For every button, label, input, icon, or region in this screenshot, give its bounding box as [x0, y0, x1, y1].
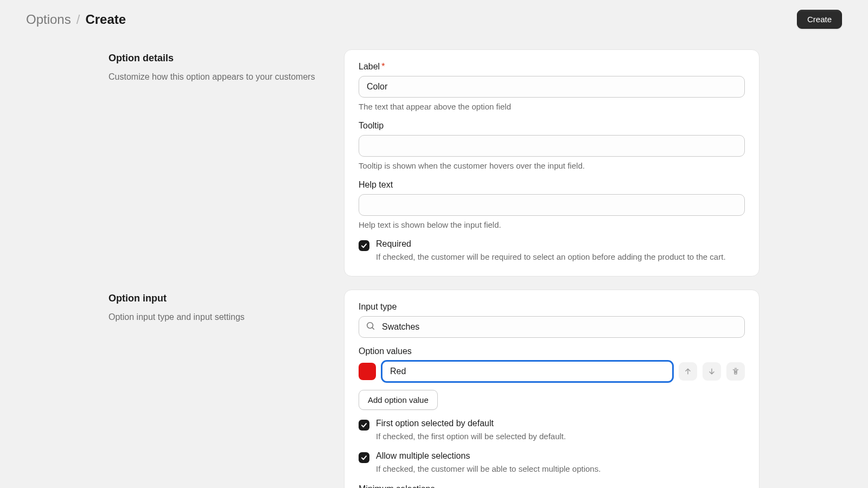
option-details-card: Label* The text that appear above the op… — [344, 49, 760, 277]
option-details-section: Option details Customize how this option… — [0, 49, 868, 290]
tooltip-field-help: Tooltip is shown when the customer hover… — [359, 161, 745, 170]
input-type-field: Input type — [359, 302, 745, 338]
breadcrumb-current: Create — [85, 12, 126, 27]
helptext-field-label: Help text — [359, 180, 745, 190]
tooltip-field: Tooltip Tooltip is shown when the custom… — [359, 121, 745, 170]
required-checkbox-desc: If checked, the customer will be require… — [376, 251, 745, 263]
breadcrumb-separator: / — [76, 12, 80, 27]
move-down-button[interactable] — [703, 362, 721, 381]
option-input-card: Input type Option values — [344, 290, 760, 488]
tooltip-input[interactable] — [359, 135, 745, 157]
input-type-label: Input type — [359, 302, 745, 312]
first-selected-field: First option selected by default If chec… — [359, 419, 745, 442]
input-type-select[interactable] — [359, 316, 745, 338]
allow-multiple-label: Allow multiple selections — [376, 451, 745, 461]
option-input-desc: Option input type and input settings — [108, 311, 324, 323]
trash-icon — [731, 367, 740, 376]
breadcrumb-parent[interactable]: Options — [26, 12, 71, 27]
option-value-input[interactable] — [381, 361, 673, 382]
label-field-label: Label* — [359, 62, 745, 72]
search-icon — [366, 321, 375, 333]
label-input[interactable] — [359, 76, 745, 98]
first-selected-checkbox[interactable] — [359, 420, 369, 431]
option-input-title: Option input — [108, 293, 324, 304]
required-indicator: * — [381, 62, 385, 71]
option-values-field: Option values Add option value — [359, 346, 745, 410]
option-details-title: Option details — [108, 53, 324, 64]
color-swatch[interactable] — [359, 363, 376, 380]
arrow-up-icon — [684, 367, 692, 376]
minimum-selections-label: Minimum selections — [359, 484, 745, 488]
arrow-down-icon — [707, 367, 716, 376]
page-header: Options / Create Create — [0, 0, 868, 38]
create-button[interactable]: Create — [797, 10, 842, 29]
required-field: Required If checked, the customer will b… — [359, 239, 745, 263]
required-checkbox-label: Required — [376, 239, 745, 249]
label-field-help: The text that appear above the option fi… — [359, 102, 745, 111]
breadcrumb: Options / Create — [26, 12, 126, 27]
tooltip-field-label: Tooltip — [359, 121, 745, 131]
delete-value-button[interactable] — [726, 362, 745, 381]
first-selected-label: First option selected by default — [376, 419, 745, 428]
helptext-field: Help text Help text is shown below the i… — [359, 180, 745, 229]
required-checkbox[interactable] — [359, 240, 369, 251]
allow-multiple-checkbox[interactable] — [359, 452, 369, 463]
allow-multiple-field: Allow multiple selections If checked, th… — [359, 451, 745, 475]
option-details-desc: Customize how this option appears to you… — [108, 70, 324, 83]
first-selected-desc: If checked, the first option will be sel… — [376, 431, 745, 442]
helptext-field-help: Help text is shown below the input field… — [359, 220, 745, 229]
add-option-value-button[interactable]: Add option value — [359, 390, 438, 410]
option-values-label: Option values — [359, 346, 745, 356]
allow-multiple-desc: If checked, the customer will be able to… — [376, 463, 745, 475]
option-input-section: Option input Option input type and input… — [0, 290, 868, 488]
label-field: Label* The text that appear above the op… — [359, 62, 745, 111]
helptext-input[interactable] — [359, 194, 745, 216]
label-field-label-text: Label — [359, 62, 380, 71]
svg-line-1 — [372, 328, 374, 329]
move-up-button[interactable] — [679, 362, 697, 381]
option-value-row — [359, 361, 745, 382]
